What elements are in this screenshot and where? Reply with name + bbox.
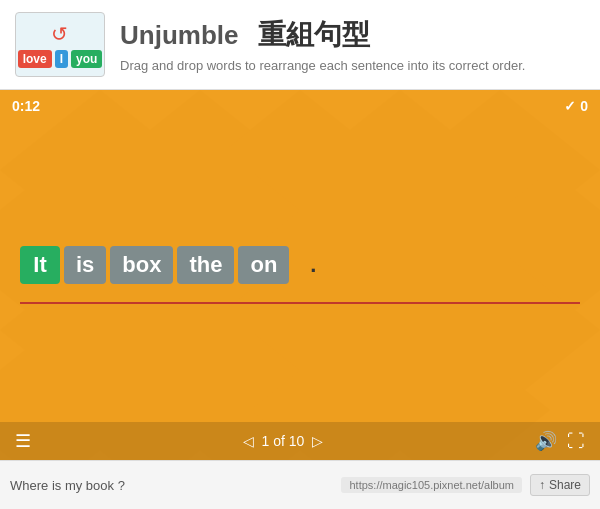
volume-icon[interactable]: 🔊 <box>535 430 557 452</box>
sentence-container: It is box the on . <box>20 246 580 304</box>
logo-word-i: I <box>55 50 68 68</box>
share-label: Share <box>549 478 581 492</box>
answer-line: It is box the on . <box>20 246 580 304</box>
page-info: 1 of 10 <box>262 433 305 449</box>
menu-icon[interactable]: ☰ <box>15 430 31 452</box>
app-name-english: Unjumble <box>120 20 238 51</box>
footer: Where is my book ? https://magic105.pixn… <box>0 460 600 509</box>
next-button[interactable]: ▷ <box>312 433 323 449</box>
logo-word-you: you <box>71 50 102 68</box>
app-name-chinese: 重組句型 <box>258 16 370 54</box>
words-row[interactable]: It is box the on . <box>20 246 580 294</box>
logo-word-love: love <box>18 50 52 68</box>
fullscreen-icon[interactable]: ⛶ <box>567 431 585 452</box>
bottom-bar: ☰ ◁ 1 of 10 ▷ 🔊 ⛶ <box>0 422 600 460</box>
header: ↺ love I you Unjumble 重組句型 Drag and drop… <box>0 0 600 90</box>
right-icons: 🔊 ⛶ <box>535 430 585 452</box>
period: . <box>293 252 333 278</box>
app-title: Unjumble 重組句型 <box>120 16 585 54</box>
footer-sentence: Where is my book ? <box>10 478 125 493</box>
logo-words: love I you <box>18 50 103 68</box>
pagination: ◁ 1 of 10 ▷ <box>243 433 324 449</box>
word-tile-box[interactable]: box <box>110 246 173 284</box>
url-bar: https://magic105.pixnet.net/album <box>341 477 521 493</box>
game-area: 0:12 ✓ 0 It is box the on . ☰ ◁ 1 of 10 … <box>0 90 600 460</box>
share-icon: ↑ <box>539 478 545 492</box>
word-tile-is[interactable]: is <box>64 246 106 284</box>
prev-button[interactable]: ◁ <box>243 433 254 449</box>
header-text: Unjumble 重組句型 Drag and drop words to rea… <box>120 16 585 73</box>
word-tile-on[interactable]: on <box>238 246 289 284</box>
word-tile-the[interactable]: the <box>177 246 234 284</box>
word-tile-it[interactable]: It <box>20 246 60 284</box>
timer: 0:12 <box>12 98 40 114</box>
subtitle: Drag and drop words to rearrange each se… <box>120 58 585 73</box>
logo-box: ↺ love I you <box>15 12 105 77</box>
top-bar: 0:12 ✓ 0 <box>0 90 600 122</box>
score: ✓ 0 <box>564 98 588 114</box>
footer-right: https://magic105.pixnet.net/album ↑ Shar… <box>341 474 590 496</box>
share-button[interactable]: ↑ Share <box>530 474 590 496</box>
